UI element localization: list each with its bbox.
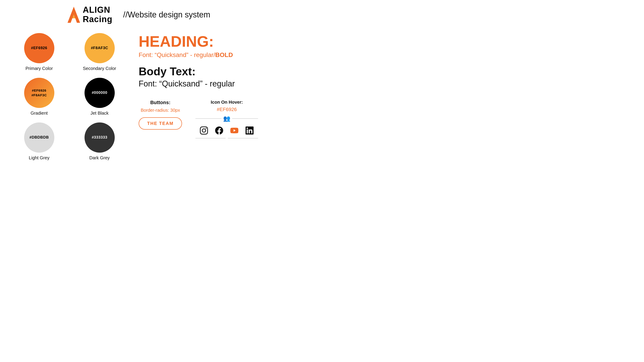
color-circle-dark-grey: #333333 [84, 122, 115, 153]
people-icon: 👥 [223, 115, 230, 122]
swatch-label-dark-grey: Dark Grey [89, 155, 110, 160]
logo-icon [67, 6, 80, 24]
hover-color: #EF6926 [217, 107, 237, 112]
bottom-row: Buttons: Border-radius: 30px THE TEAM Ic… [139, 100, 313, 138]
swatch-secondary: #F8AF3C Secondary Color [69, 33, 130, 71]
instagram-icon[interactable] [200, 126, 208, 135]
buttons-label: Buttons: [150, 100, 170, 105]
divider-line-left [196, 118, 222, 119]
color-circle-primary: #EF6926 [24, 33, 54, 63]
swatch-label-primary: Primary Color [26, 66, 53, 71]
heading-section: HEADING: Font: “Quicksand” - regular/BOL… [139, 33, 313, 59]
swatch-light-grey: #DBDBDB Light Grey [9, 122, 69, 160]
header: ALIGN Racing //Website design system [9, 5, 313, 24]
body-demo-font: Font: “Quicksand” - regular [139, 79, 313, 88]
social-icons-row [200, 126, 254, 135]
social-bottom-dividers [196, 138, 258, 138]
the-team-button[interactable]: THE TEAM [139, 117, 182, 130]
logo-align: ALIGN [83, 5, 112, 15]
page: ALIGN Racing //Website design system #EF… [0, 0, 322, 181]
hover-label: Icon On Hover: [211, 100, 243, 105]
social-divider-row: 👥 [196, 115, 258, 122]
logo-area: ALIGN Racing [67, 5, 112, 24]
swatch-label-jet-black: Jet Black [90, 111, 108, 116]
divider-line-right [232, 118, 258, 119]
heading-demo: HEADING: [139, 33, 313, 50]
swatch-jet-black: #000000 Jet Black [69, 78, 130, 116]
logo-text: ALIGN Racing [83, 5, 112, 24]
swatch-label-light-grey: Light Grey [29, 155, 50, 160]
social-section: Icon On Hover: #EF6926 👥 [196, 100, 258, 138]
color-circle-secondary: #F8AF3C [84, 33, 115, 63]
body-demo-title: Body Text: [139, 65, 313, 78]
buttons-sublabel: Border-radius: 30px [141, 108, 180, 113]
swatch-primary: #EF6926 Primary Color [9, 33, 69, 71]
color-circle-gradient: #EF6926 #F8AF3C [24, 78, 54, 108]
buttons-section: Buttons: Border-radius: 30px THE TEAM [139, 100, 182, 130]
linkedin-icon[interactable] [245, 126, 254, 135]
body-section: Body Text: Font: “Quicksand” - regular [139, 65, 313, 88]
header-subtitle: //Website design system [123, 10, 210, 19]
bottom-divider-right [228, 138, 258, 138]
youtube-icon[interactable] [230, 126, 239, 135]
swatch-dark-grey: #333333 Dark Grey [69, 122, 130, 160]
logo-racing: Racing [83, 15, 112, 24]
facebook-icon[interactable] [215, 126, 224, 135]
swatch-label-secondary: Secondary Color [83, 66, 116, 71]
swatch-gradient: #EF6926 #F8AF3C Gradient [9, 78, 69, 116]
color-circle-light-grey: #DBDBDB [24, 122, 54, 153]
swatch-label-gradient: Gradient [31, 111, 48, 116]
right-panel: HEADING: Font: “Quicksand” - regular/BOL… [130, 33, 313, 160]
color-circle-jet-black: #000000 [84, 78, 115, 108]
main-content: #EF6926 Primary Color #F8AF3C Secondary … [9, 33, 313, 160]
bottom-divider-left [196, 138, 226, 138]
swatches-grid: #EF6926 Primary Color #F8AF3C Secondary … [9, 33, 130, 160]
heading-font-label: Font: “Quicksand” - regular/BOLD [139, 51, 313, 58]
